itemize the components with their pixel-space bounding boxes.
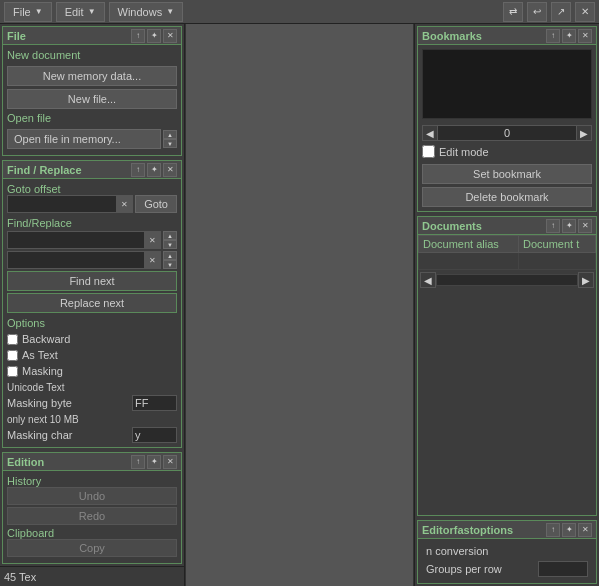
find-panel-close[interactable]: ✕: [163, 163, 177, 177]
doc-scroll-left[interactable]: ◀: [420, 272, 436, 288]
copy-btn[interactable]: Copy: [7, 539, 177, 557]
table-row: [419, 253, 596, 270]
windows-menu-arrow: ▼: [166, 7, 174, 16]
edition-section: Edition ↑ ✦ ✕ History Undo Redo Clipboar…: [2, 452, 182, 564]
replace-input-row: ✕ ▲ ▼: [7, 251, 177, 269]
file-panel-icon-2[interactable]: ✦: [147, 29, 161, 43]
file-menu[interactable]: File ▼: [4, 2, 52, 22]
undo-btn[interactable]: Undo: [7, 487, 177, 505]
main-layout: File ↑ ✦ ✕ New document New memory data.…: [0, 24, 599, 586]
find-up[interactable]: ▲: [163, 231, 177, 240]
documents-panel-header: Documents ↑ ✦ ✕: [418, 217, 596, 235]
find-panel-content: Goto offset ✕ Goto Find/Replace ✕: [3, 179, 181, 447]
goto-btn[interactable]: Goto: [135, 195, 177, 213]
editor-fast-icon-2[interactable]: ✦: [562, 523, 576, 537]
find-replace-section: Find / Replace ↑ ✦ ✕ Goto offset ✕ Goto: [2, 160, 182, 448]
backward-checkbox[interactable]: [7, 334, 18, 345]
new-memory-btn[interactable]: New memory data...: [7, 66, 177, 86]
edit-menu[interactable]: Edit ▼: [56, 2, 105, 22]
file-panel-icons: ↑ ✦ ✕: [131, 29, 177, 43]
bookmark-next[interactable]: ▶: [576, 125, 592, 141]
file-section: File ↑ ✦ ✕ New document New memory data.…: [2, 26, 182, 156]
editor-fast-header: Editorfastoptions ↑ ✦ ✕: [418, 521, 596, 539]
options-label: Options: [7, 317, 177, 329]
masking-byte-row: Masking byte: [7, 395, 177, 411]
find-down[interactable]: ▼: [163, 240, 177, 249]
find-panel-icon-1[interactable]: ↑: [131, 163, 145, 177]
windows-menu[interactable]: Windows ▼: [109, 2, 184, 22]
doc-scroll-right[interactable]: ▶: [578, 272, 594, 288]
bookmarks-btn-content: Set bookmark Delete bookmark: [418, 160, 596, 211]
redo-btn[interactable]: Redo: [7, 507, 177, 525]
edition-icon-2[interactable]: ✦: [147, 455, 161, 469]
groups-per-row-input[interactable]: [538, 561, 588, 577]
open-memory-down[interactable]: ▼: [163, 139, 177, 148]
masking-char-label: Masking char: [7, 429, 72, 441]
editor-fast-close[interactable]: ✕: [578, 523, 592, 537]
masking-byte-input[interactable]: [132, 395, 177, 411]
replace-clear[interactable]: ✕: [144, 252, 160, 268]
open-memory-row: Open file in memory... ▲ ▼: [7, 129, 177, 149]
masking-char-input[interactable]: [132, 427, 177, 443]
find-input[interactable]: [7, 231, 161, 249]
open-memory-arrows: ▲ ▼: [163, 130, 177, 148]
doc-col1-header: Document alias: [419, 236, 519, 253]
replace-up[interactable]: ▲: [163, 251, 177, 260]
open-memory-btn[interactable]: Open file in memory...: [7, 129, 161, 149]
as-text-label: As Text: [22, 349, 58, 361]
icon-btn-2[interactable]: ↩: [527, 2, 547, 22]
documents-icon-1[interactable]: ↑: [546, 219, 560, 233]
replace-down[interactable]: ▼: [163, 260, 177, 269]
left-panel: File ↑ ✦ ✕ New document New memory data.…: [0, 24, 185, 586]
edit-mode-checkbox[interactable]: [422, 145, 435, 158]
set-bookmark-btn[interactable]: Set bookmark: [422, 164, 592, 184]
masking-label: Masking: [22, 365, 63, 377]
as-text-row: As Text: [7, 347, 177, 363]
edition-panel-title: Edition: [7, 456, 44, 468]
file-panel-close[interactable]: ✕: [163, 29, 177, 43]
menu-bar: File ▼ Edit ▼ Windows ▼ ⇄ ↩ ↗ ✕: [0, 0, 599, 24]
replace-next-btn[interactable]: Replace next: [7, 293, 177, 313]
goto-input[interactable]: [7, 195, 133, 213]
close-window-icon[interactable]: ✕: [575, 2, 595, 22]
edit-mode-row: Edit mode: [418, 143, 596, 160]
documents-section: Documents ↑ ✦ ✕ Document alias Document …: [417, 216, 597, 516]
groups-per-row: Groups per row: [422, 559, 592, 579]
conversion-label: n conversion: [426, 545, 488, 557]
edition-icon-1[interactable]: ↑: [131, 455, 145, 469]
icon-btn-1[interactable]: ⇄: [503, 2, 523, 22]
conversion-row: n conversion: [422, 543, 592, 559]
icon-btn-3[interactable]: ↗: [551, 2, 571, 22]
file-menu-arrow: ▼: [35, 7, 43, 16]
backward-row: Backward: [7, 331, 177, 347]
documents-icon-2[interactable]: ✦: [562, 219, 576, 233]
find-panel-icon-2[interactable]: ✦: [147, 163, 161, 177]
find-clear[interactable]: ✕: [144, 232, 160, 248]
editor-fast-icon-1[interactable]: ↑: [546, 523, 560, 537]
center-panel: [185, 24, 414, 586]
replace-input-wrap: ✕: [7, 251, 161, 269]
bookmark-prev[interactable]: ◀: [422, 125, 438, 141]
edition-close[interactable]: ✕: [163, 455, 177, 469]
bookmarks-close[interactable]: ✕: [578, 29, 592, 43]
unicode-text-row: Unicode Text: [7, 379, 177, 395]
goto-clear[interactable]: ✕: [116, 196, 132, 212]
documents-table: Document alias Document t: [418, 235, 596, 270]
as-text-checkbox[interactable]: [7, 350, 18, 361]
delete-bookmark-btn[interactable]: Delete bookmark: [422, 187, 592, 207]
doc-hscrollbar[interactable]: [436, 274, 578, 286]
new-file-btn[interactable]: New file...: [7, 89, 177, 109]
documents-close[interactable]: ✕: [578, 219, 592, 233]
open-memory-up[interactable]: ▲: [163, 130, 177, 139]
bookmarks-icon-2[interactable]: ✦: [562, 29, 576, 43]
only-next-label: only next 10 MB: [7, 414, 79, 425]
goto-label: Goto offset: [7, 183, 61, 195]
documents-panel-icons: ↑ ✦ ✕: [546, 219, 592, 233]
find-next-btn[interactable]: Find next: [7, 271, 177, 291]
masking-checkbox[interactable]: [7, 366, 18, 377]
bookmarks-icon-1[interactable]: ↑: [546, 29, 560, 43]
replace-input[interactable]: [7, 251, 161, 269]
editor-fast-title: Editorfastoptions: [422, 524, 513, 536]
file-panel-icon-1[interactable]: ↑: [131, 29, 145, 43]
bookmark-preview: [422, 49, 592, 119]
